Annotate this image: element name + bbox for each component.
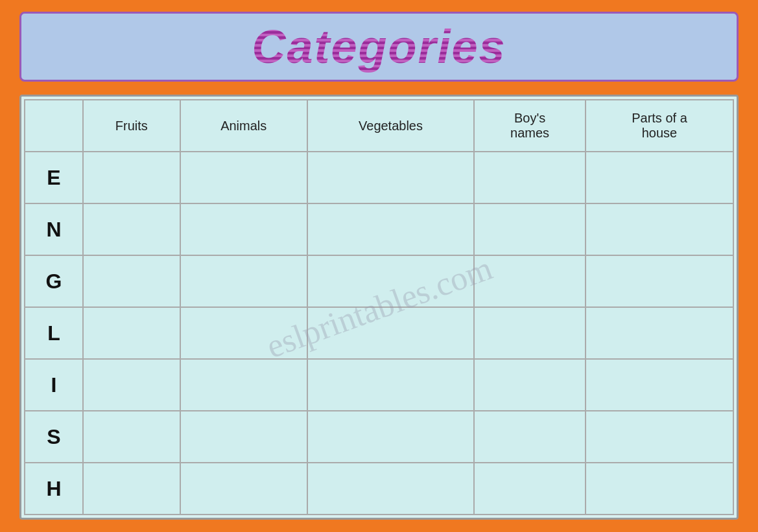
cell-S-animals[interactable] (180, 411, 307, 463)
cell-N-vegetables[interactable] (307, 203, 474, 255)
cell-N-animals[interactable] (180, 203, 307, 255)
cell-G-parts_of_house[interactable] (586, 255, 733, 307)
cell-N-parts_of_house[interactable] (586, 203, 733, 255)
cell-G-animals[interactable] (180, 255, 307, 307)
table-row: G (25, 255, 733, 307)
letter-cell-I[interactable]: I (25, 359, 83, 411)
letter-cell-S[interactable]: S (25, 411, 83, 463)
header-letter-col (25, 100, 83, 152)
cell-H-fruits[interactable] (83, 463, 180, 515)
letter-cell-N[interactable]: N (25, 203, 83, 255)
cell-I-vegetables[interactable] (307, 359, 474, 411)
cell-L-fruits[interactable] (83, 307, 180, 359)
cell-S-boys_names[interactable] (474, 411, 586, 463)
table-row: N (25, 203, 733, 255)
page-title: Categories (252, 21, 506, 73)
page-container: Categories Fruits Animals Vegetables Boy… (19, 12, 739, 520)
cell-L-boys_names[interactable] (474, 307, 586, 359)
table-row: E (25, 152, 733, 203)
cell-E-animals[interactable] (180, 152, 307, 203)
cell-H-vegetables[interactable] (307, 463, 474, 515)
table-header-row: Fruits Animals Vegetables Boy'snames Par… (25, 100, 733, 152)
cell-L-parts_of_house[interactable] (586, 307, 733, 359)
letter-cell-L[interactable]: L (25, 307, 83, 359)
cell-H-animals[interactable] (180, 463, 307, 515)
cell-S-vegetables[interactable] (307, 411, 474, 463)
header-boys-names: Boy'snames (474, 100, 586, 152)
header-vegetables: Vegetables (307, 100, 474, 152)
cell-H-parts_of_house[interactable] (586, 463, 733, 515)
cell-H-boys_names[interactable] (474, 463, 586, 515)
main-table-wrapper: Fruits Animals Vegetables Boy'snames Par… (19, 95, 739, 520)
letter-cell-H[interactable]: H (25, 463, 83, 515)
letter-cell-G[interactable]: G (25, 255, 83, 307)
cell-I-animals[interactable] (180, 359, 307, 411)
cell-E-fruits[interactable] (83, 152, 180, 203)
cell-I-boys_names[interactable] (474, 359, 586, 411)
table-row: H (25, 463, 733, 515)
table-row: L (25, 307, 733, 359)
cell-G-boys_names[interactable] (474, 255, 586, 307)
categories-table: Fruits Animals Vegetables Boy'snames Par… (24, 99, 734, 515)
cell-G-vegetables[interactable] (307, 255, 474, 307)
cell-I-fruits[interactable] (83, 359, 180, 411)
header-parts-of-house: Parts of ahouse (586, 100, 733, 152)
cell-G-fruits[interactable] (83, 255, 180, 307)
cell-N-fruits[interactable] (83, 203, 180, 255)
cell-I-parts_of_house[interactable] (586, 359, 733, 411)
cell-S-parts_of_house[interactable] (586, 411, 733, 463)
table-container: Fruits Animals Vegetables Boy'snames Par… (19, 95, 739, 520)
header-fruits: Fruits (83, 100, 180, 152)
table-row: I (25, 359, 733, 411)
cell-L-animals[interactable] (180, 307, 307, 359)
table-row: S (25, 411, 733, 463)
cell-S-fruits[interactable] (83, 411, 180, 463)
letter-cell-E[interactable]: E (25, 152, 83, 203)
cell-L-vegetables[interactable] (307, 307, 474, 359)
title-box: Categories (19, 12, 739, 82)
cell-E-parts_of_house[interactable] (586, 152, 733, 203)
cell-E-boys_names[interactable] (474, 152, 586, 203)
header-animals: Animals (180, 100, 307, 152)
cell-E-vegetables[interactable] (307, 152, 474, 203)
cell-N-boys_names[interactable] (474, 203, 586, 255)
